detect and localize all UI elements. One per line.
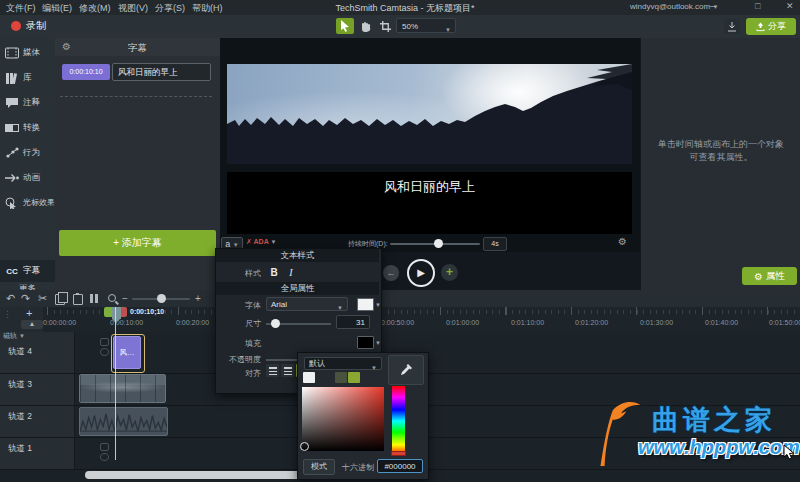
sidebar-item-animations[interactable]: 动画: [0, 165, 55, 190]
caption-timestamp-badge[interactable]: 0:00:10:10: [62, 64, 110, 80]
font-select[interactable]: Arial▼: [266, 297, 348, 311]
sidebar-item-captions[interactable]: CC 字幕: [0, 260, 55, 282]
menu-edit[interactable]: 编辑(E): [42, 2, 72, 15]
zoom-in-button[interactable]: +: [195, 291, 201, 306]
playhead-handle[interactable]: [112, 307, 121, 319]
zoom-magnifier-icon[interactable]: [108, 294, 116, 302]
color-preset-select[interactable]: 默认▼: [304, 357, 382, 370]
add-track-button[interactable]: +: [26, 307, 32, 319]
playhead-out-handle[interactable]: [121, 307, 127, 317]
track-lock-icon[interactable]: [100, 443, 109, 451]
properties-button[interactable]: ⚙ 属性: [742, 267, 797, 285]
size-value-input[interactable]: 31: [336, 315, 370, 329]
caption-text-input[interactable]: 风和日丽的早上: [112, 63, 211, 81]
align-left-button[interactable]: [266, 364, 279, 377]
track-label[interactable]: 轨道 1: [8, 443, 32, 455]
pan-tool-button[interactable]: [357, 18, 375, 34]
cursor-tool-button[interactable]: [336, 18, 354, 34]
sidebar-item-behaviors[interactable]: 行为: [0, 140, 55, 165]
properties-hint-line: 单击时间轴或画布上的一个对象: [649, 138, 793, 151]
menu-file[interactable]: 文件(F): [6, 2, 36, 15]
menu-help[interactable]: 帮助(H): [192, 2, 223, 15]
previous-frame-button[interactable]: ←: [383, 265, 399, 281]
hue-slider[interactable]: [392, 386, 405, 456]
mouse-cursor: [783, 444, 795, 462]
collapse-tracks-button[interactable]: ▲: [21, 320, 43, 329]
properties-hint: 单击时间轴或画布上的一个对象 可查看其属性。: [649, 138, 793, 163]
sidebar-item-label: 行为: [23, 147, 40, 159]
account-menu[interactable]: windyvq@outlook.com ▼: [630, 2, 718, 11]
chevron-down-icon: ▼: [19, 333, 25, 339]
hue-slider-handle[interactable]: [391, 451, 406, 456]
italic-button[interactable]: I: [284, 266, 298, 280]
track-visibility-icon[interactable]: [100, 453, 109, 461]
playhead-in-handle[interactable]: [104, 307, 112, 317]
track-label[interactable]: 轨道 2: [8, 411, 32, 423]
transition-squares-icon: [5, 122, 19, 134]
font-color-swatch[interactable]: ▼: [357, 298, 374, 311]
cut-icon[interactable]: ✂: [38, 291, 47, 306]
add-button[interactable]: +: [441, 264, 458, 281]
align-center-button[interactable]: [281, 364, 294, 377]
eyedropper-button[interactable]: [388, 355, 424, 385]
track-label[interactable]: 轨道 3: [8, 379, 32, 391]
crop-tool-button[interactable]: [376, 18, 394, 34]
saturation-value-field[interactable]: [302, 387, 384, 451]
duration-slider-handle[interactable]: [434, 239, 443, 248]
video-preview[interactable]: [227, 64, 632, 164]
drag-handle-icon[interactable]: ⋮: [3, 309, 12, 319]
ada-compliance-button[interactable]: ✗ ADA ▼: [246, 238, 276, 246]
sidebar-item-cursor-effects[interactable]: 光标效果: [0, 190, 55, 215]
color-mode-button[interactable]: 模式: [303, 459, 335, 475]
duration-value[interactable]: 4s: [483, 237, 507, 251]
audio-clip[interactable]: [79, 407, 168, 436]
hex-value-input[interactable]: #000000: [377, 459, 423, 473]
redo-icon[interactable]: ↷: [21, 291, 30, 306]
sidebar-item-media[interactable]: 媒体: [0, 40, 55, 65]
undo-icon[interactable]: ↶: [6, 291, 15, 306]
color-swatch-dark[interactable]: [335, 372, 347, 383]
gear-icon[interactable]: ⚙: [618, 236, 627, 247]
sidebar-item-annotations[interactable]: 注释: [0, 90, 55, 115]
speech-bubble-icon: [5, 97, 19, 109]
color-swatch-white[interactable]: [303, 372, 315, 383]
menu-modify[interactable]: 修改(M): [79, 2, 111, 15]
size-slider-handle[interactable]: [271, 319, 280, 328]
close-button[interactable]: ✕: [786, 1, 794, 11]
download-button[interactable]: [724, 19, 740, 34]
add-caption-button[interactable]: + 添加字幕: [59, 230, 216, 256]
paste-icon[interactable]: [73, 294, 83, 305]
zoom-out-button[interactable]: −: [122, 291, 128, 306]
style-label: 样式: [216, 268, 261, 279]
track-lock-icon[interactable]: [100, 338, 109, 346]
color-field-cursor[interactable]: [300, 442, 309, 451]
captions-panel-title: 字幕: [55, 42, 220, 55]
copy-icon[interactable]: [55, 294, 65, 305]
split-icon[interactable]: [90, 294, 98, 303]
caption-preview-box[interactable]: 风和日丽的早上: [227, 172, 632, 234]
bold-button[interactable]: B: [266, 266, 282, 280]
track-label[interactable]: 轨道 4: [8, 346, 32, 358]
maximize-button[interactable]: □: [755, 1, 760, 11]
sidebar-item-transitions[interactable]: 转换: [0, 115, 55, 140]
track-options-dropdown[interactable]: 磁轨 ▼: [3, 331, 25, 341]
global-properties-header: 全局属性: [216, 282, 379, 295]
record-button[interactable]: 录制: [26, 19, 46, 33]
menu-view[interactable]: 视图(V): [118, 2, 148, 15]
track-visibility-icon[interactable]: [100, 348, 109, 356]
video-clip[interactable]: [79, 374, 166, 403]
books-icon: [5, 72, 19, 84]
chevron-down-icon: ▼: [375, 340, 381, 346]
color-picker-popup: 默认▼ 模式 十六进制 #000000: [297, 352, 429, 480]
timeline-ruler[interactable]: 0:00:00:00 0:00:10:00 0:00:20:00 0:00:50…: [0, 307, 800, 332]
color-swatch-green[interactable]: [348, 372, 360, 383]
share-button[interactable]: 分享: [746, 18, 796, 35]
canvas-zoom-select[interactable]: 50%▼: [396, 18, 456, 33]
play-button[interactable]: ▶: [407, 259, 435, 287]
caption-clip[interactable]: 风…: [113, 336, 141, 369]
sidebar-item-library[interactable]: 库: [0, 65, 55, 90]
fill-color-swatch[interactable]: ▼: [357, 336, 374, 349]
timeline-zoom-handle[interactable]: [157, 294, 166, 303]
minimize-button[interactable]: ─: [710, 1, 716, 11]
menu-share[interactable]: 分享(S): [155, 2, 185, 15]
